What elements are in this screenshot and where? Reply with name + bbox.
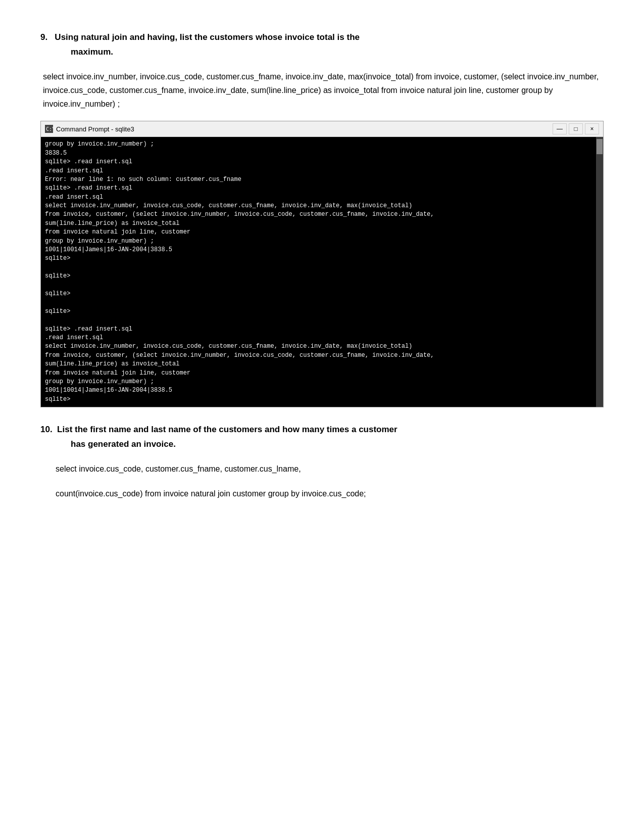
terminal-titlebar: C:\ Command Prompt - sqlite3 — □ ×: [41, 121, 603, 137]
terminal-scrollbar-area: group by invoice.inv_number) ; 3838.5 sq…: [41, 137, 603, 407]
question-10-title-line2: has generated an invoice.: [40, 437, 604, 452]
terminal-maximize-button[interactable]: □: [569, 123, 583, 134]
question-9-block: 9. Using natural join and having, list t…: [40, 30, 604, 407]
terminal-body: group by invoice.inv_number) ; 3838.5 sq…: [41, 137, 596, 407]
question-10-block: 10. List the first name and last name of…: [40, 423, 604, 501]
terminal-window: C:\ Command Prompt - sqlite3 — □ × group…: [40, 121, 604, 407]
question-10-title: 10. List the first name and last name of…: [40, 423, 604, 452]
terminal-app-icon: C:\: [45, 125, 53, 133]
terminal-controls: — □ ×: [553, 123, 599, 134]
svg-text:C:\: C:\: [46, 126, 53, 132]
question-9-title: 9. Using natural join and having, list t…: [40, 30, 604, 60]
terminal-scrollbar[interactable]: [596, 137, 603, 407]
question-9-title-line2: maximum.: [40, 45, 604, 60]
terminal-titlebar-left: C:\ Command Prompt - sqlite3: [45, 125, 134, 133]
question-9-title-line1: 9. Using natural join and having, list t…: [40, 32, 360, 42]
question-10-sql-line2: count(invoice.cus_code) from invoice nat…: [56, 487, 604, 501]
terminal-title: Command Prompt - sqlite3: [56, 125, 134, 133]
question-10-sql-line1: select invoice.cus_code, customer.cus_fn…: [56, 462, 604, 477]
terminal-close-button[interactable]: ×: [585, 123, 599, 134]
terminal-scrollbar-thumb: [597, 139, 603, 154]
question-10-title-line1: 10. List the first name and last name of…: [40, 425, 398, 434]
question-9-sql: select invoice.inv_number, invoice.cus_c…: [40, 70, 604, 111]
terminal-minimize-button[interactable]: —: [553, 123, 567, 134]
